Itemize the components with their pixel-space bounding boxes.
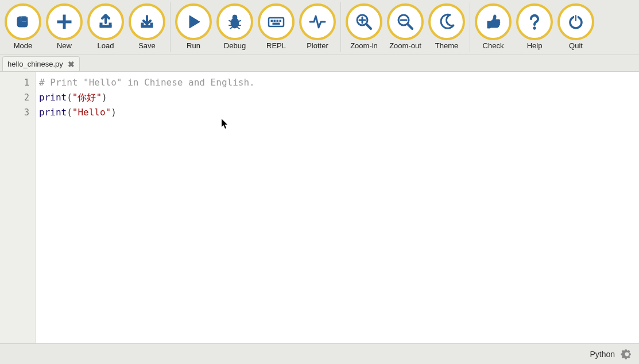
thumb-icon <box>475 3 512 40</box>
zoomin-button[interactable]: Zoom-in <box>343 2 385 52</box>
bug-icon <box>216 3 253 40</box>
moon-icon <box>428 3 465 40</box>
mouse-cursor-icon <box>222 119 229 134</box>
plus-icon <box>46 3 83 40</box>
file-tab[interactable]: hello_chinese.py ✖ <box>2 56 80 71</box>
new-button[interactable]: New <box>44 2 85 52</box>
theme-button[interactable]: Theme <box>426 2 467 52</box>
line-number: 3 <box>0 105 29 120</box>
pulse-icon <box>299 3 336 40</box>
debug-button[interactable]: Debug <box>214 2 255 52</box>
code-line: print("Hello") <box>39 105 639 120</box>
help-button[interactable]: Help <box>514 2 555 52</box>
load-icon <box>87 3 124 40</box>
line-number: 2 <box>0 90 29 105</box>
tab-bar: hello_chinese.py ✖ <box>0 55 639 71</box>
status-bar: Python <box>0 343 639 364</box>
toolbar-label: Check <box>483 41 504 50</box>
toolbar-label: Zoom-out <box>389 41 421 50</box>
check-button[interactable]: Check <box>473 2 514 52</box>
power-icon <box>557 3 594 40</box>
toolbar-label: Mode <box>14 41 33 50</box>
toolbar-label: Load <box>98 41 114 50</box>
status-language: Python <box>590 350 615 359</box>
toolbar-label: Help <box>527 41 543 50</box>
code-area[interactable]: # Print "Hello" in Chinese and English.p… <box>36 72 639 343</box>
toolbar-label: Plotter <box>307 41 328 50</box>
settings-gear-icon[interactable] <box>621 348 633 361</box>
toolbar-label: Zoom-in <box>350 41 378 50</box>
toolbar-label: Quit <box>569 41 583 50</box>
close-icon[interactable]: ✖ <box>68 60 75 69</box>
toolbar-group: Zoom-inZoom-outTheme <box>341 2 470 52</box>
toolbar-label: Theme <box>435 41 458 50</box>
mode-icon <box>5 3 41 40</box>
zoomout-button[interactable]: Zoom-out <box>385 2 426 52</box>
toolbar-group: CheckHelpQuit <box>470 2 599 52</box>
toolbar-label: Run <box>187 41 200 50</box>
tab-filename: hello_chinese.py <box>7 60 63 68</box>
line-number-gutter: 123 <box>0 72 36 343</box>
line-number: 1 <box>0 75 29 90</box>
load-button[interactable]: Load <box>85 2 126 52</box>
toolbar-label: Debug <box>224 41 246 50</box>
toolbar-label: REPL <box>266 41 286 50</box>
run-button[interactable]: Run <box>173 2 214 52</box>
question-icon <box>516 3 553 40</box>
code-line: # Print "Hello" in Chinese and English. <box>39 75 639 90</box>
toolbar: ModeNewLoadSaveRunDebugREPLPlotterZoom-i… <box>0 0 639 55</box>
repl-button[interactable]: REPL <box>255 2 297 52</box>
code-line: print("你好") <box>39 90 639 105</box>
save-button[interactable]: Save <box>126 2 168 52</box>
toolbar-label: Save <box>138 41 156 50</box>
toolbar-group: RunDebugREPLPlotter <box>171 2 341 52</box>
mode-button[interactable]: Mode <box>2 2 44 52</box>
plotter-button[interactable]: Plotter <box>297 2 338 52</box>
keyboard-icon <box>258 3 295 40</box>
save-icon <box>129 3 165 40</box>
toolbar-label: New <box>57 41 72 50</box>
toolbar-group: ModeNewLoadSave <box>0 2 171 52</box>
quit-button[interactable]: Quit <box>555 2 597 52</box>
play-icon <box>175 3 212 40</box>
zoomout-icon <box>387 3 424 40</box>
editor[interactable]: 123 # Print "Hello" in Chinese and Engli… <box>0 71 639 343</box>
zoomin-icon <box>346 3 382 40</box>
